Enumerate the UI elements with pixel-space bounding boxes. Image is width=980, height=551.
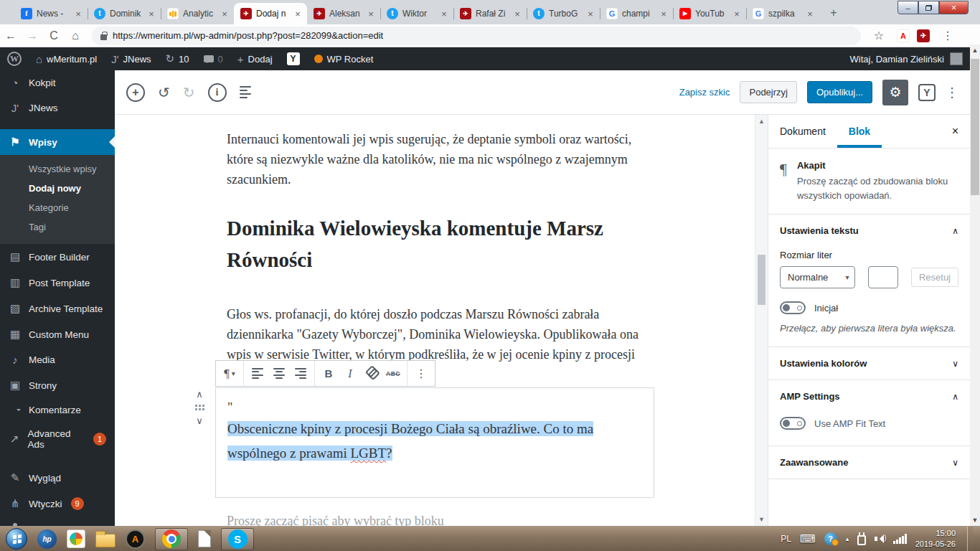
wmeritum-extension-icon[interactable]: ✈	[917, 29, 930, 42]
home-icon[interactable]: ⌂	[65, 29, 86, 42]
drop-cap-toggle[interactable]	[780, 301, 806, 314]
align-right-button[interactable]	[290, 363, 311, 385]
power-plug-icon[interactable]	[857, 535, 866, 545]
tab-szpilka[interactable]: G szpilka ×	[746, 3, 819, 24]
bookmark-star-icon[interactable]: ☆	[868, 29, 890, 42]
account-menu[interactable]: Witaj, Damian Zieliński	[850, 52, 970, 65]
close-icon[interactable]: ×	[220, 9, 230, 19]
new-tab-button[interactable]: +	[825, 5, 842, 22]
acrobat-extension-icon[interactable]: A	[897, 29, 910, 42]
heading-block[interactable]: Dominika Wielowieyska komentuje Marsz Ró…	[227, 212, 643, 276]
drag-handle-icon[interactable]	[194, 404, 204, 411]
chrome-task-button[interactable]	[155, 528, 188, 550]
close-icon[interactable]: ×	[585, 9, 595, 19]
sidebar-item-wyglad[interactable]: ✎ Wygląd	[0, 465, 115, 491]
explorer-icon[interactable]	[95, 534, 116, 547]
keyboard-icon[interactable]: ⌨	[800, 532, 816, 545]
italic-button[interactable]: I	[339, 363, 361, 385]
show-desktop-button[interactable]	[967, 527, 973, 551]
submenu-dodaj-nowy[interactable]: Dodaj nowy	[0, 179, 115, 198]
advanced-header[interactable]: Zaawansowane ∨	[768, 446, 970, 479]
network-signal-icon[interactable]	[893, 534, 907, 544]
close-icon[interactable]: ×	[293, 9, 303, 19]
updates-menu[interactable]: ↻ 10	[159, 47, 197, 70]
block-appender-placeholder[interactable]: Proszę zacząć pisać aby wybrać typ bloku	[227, 514, 643, 526]
hidden-icons-arrow[interactable]: ▴	[846, 535, 849, 542]
tab-analytics[interactable]: Analytic ×	[161, 3, 234, 24]
sidebar-item-post-template[interactable]: ▥ Post Template	[0, 270, 115, 296]
page-scrollbar-thumb[interactable]	[971, 59, 979, 195]
submenu-kategorie[interactable]: Kategorie	[0, 198, 115, 217]
sidebar-item-komentarze[interactable]: Komentarze	[0, 398, 115, 422]
close-window-button[interactable]: ×	[939, 1, 969, 14]
sidebar-item-archive-template[interactable]: ▧ Archive Template	[0, 296, 115, 321]
outline-icon[interactable]	[240, 86, 251, 98]
scroll-down-icon[interactable]: ▼	[755, 516, 768, 523]
tab-wiktor[interactable]: t Wiktor ×	[380, 3, 453, 24]
save-draft-button[interactable]: Zapisz szkic	[679, 87, 730, 98]
move-up-icon[interactable]: ∧	[196, 389, 203, 400]
preview-button[interactable]: Podejrzyj	[740, 81, 796, 103]
tab-dokument[interactable]: Dokument	[768, 115, 837, 148]
close-icon[interactable]: ×	[732, 9, 742, 19]
help-tray-icon[interactable]: ?	[824, 532, 837, 545]
close-icon[interactable]: ×	[805, 9, 815, 19]
start-button[interactable]	[6, 528, 27, 550]
settings-gear-button[interactable]: ⚙	[882, 80, 908, 105]
publish-button[interactable]: Opublikuj...	[807, 81, 872, 103]
scroll-up-icon[interactable]: ▲	[970, 47, 980, 54]
tab-champi[interactable]: G champi ×	[600, 3, 673, 24]
editor-canvas[interactable]: Internauci komentowali jej wpis sugerują…	[115, 115, 755, 526]
scroll-up-icon[interactable]: ▲	[755, 118, 768, 125]
close-panel-icon[interactable]: ×	[941, 125, 970, 138]
minimize-button[interactable]: –	[897, 1, 918, 14]
sidebar-item-advanced-ads[interactable]: ↗ Advanced Ads 1	[0, 422, 115, 456]
skype-task-button[interactable]: S	[221, 528, 254, 550]
submenu-tagi[interactable]: Tagi	[0, 217, 115, 237]
add-block-icon[interactable]: +	[126, 83, 145, 102]
selected-paragraph-block[interactable]: " Obsceniczne kpiny z procesji Bożego Ci…	[215, 387, 654, 498]
font-size-select[interactable]: Normalne ▾	[780, 266, 855, 288]
tab-dodaj-active[interactable]: ✈ Dodaj n ×	[234, 3, 307, 24]
color-settings-header[interactable]: Ustawienia kolorów ∨	[768, 347, 970, 380]
restore-button[interactable]	[918, 1, 939, 14]
yoast-menu[interactable]: Y	[280, 47, 307, 70]
bold-button[interactable]: B	[318, 363, 339, 385]
wp-logo-menu[interactable]: W	[0, 47, 29, 70]
align-center-button[interactable]	[268, 363, 290, 385]
tab-blok[interactable]: Blok	[837, 115, 882, 148]
close-icon[interactable]: ×	[73, 9, 83, 19]
clock[interactable]: 15:00 2019-05-26	[915, 528, 956, 550]
back-icon[interactable]: ←	[0, 29, 22, 42]
tab-dominik[interactable]: t Dominik ×	[88, 3, 161, 24]
redo-icon[interactable]: ↻	[183, 84, 195, 101]
strikethrough-button[interactable]: ABC	[382, 363, 404, 385]
browser-menu-icon[interactable]: ⋮	[937, 29, 958, 42]
new-content-menu[interactable]: + Dodaj	[230, 47, 280, 70]
sidebar-item-jnews[interactable]: J' JNews	[0, 95, 115, 121]
close-icon[interactable]: ×	[146, 9, 156, 19]
info-icon[interactable]: i	[208, 83, 227, 102]
site-menu[interactable]: ⌂ wMeritum.pl	[29, 47, 104, 70]
close-icon[interactable]: ×	[366, 9, 376, 19]
sidebar-item-custom-menu[interactable]: ▦ Custom Menu	[0, 321, 115, 347]
tab-rafal[interactable]: ✈ Rafał Zi ×	[453, 3, 527, 24]
wp-rocket-menu[interactable]: WP Rocket	[307, 47, 381, 70]
sidebar-item-wtyczki[interactable]: ⋔ Wtyczki 9	[0, 491, 115, 517]
tab-youtube[interactable]: ▶ YouTub ×	[673, 3, 746, 24]
sidebar-item-strony[interactable]: ▣ Strony	[0, 372, 115, 398]
text-settings-header[interactable]: Ustawienia tekstu ∧	[768, 215, 970, 247]
link-button[interactable]	[361, 363, 382, 385]
amp-settings-header[interactable]: AMP Settings ∧	[768, 380, 970, 413]
photo-viewer-icon[interactable]	[67, 529, 85, 548]
tab-news[interactable]: f News - ×	[14, 3, 88, 24]
sidebar-item-wpisy[interactable]: ⚑ Wpisy	[0, 129, 115, 155]
close-icon[interactable]: ×	[659, 9, 669, 19]
volume-icon[interactable]: )	[875, 534, 885, 543]
editor-scrollbar-thumb[interactable]	[758, 255, 765, 305]
font-size-input[interactable]	[868, 266, 897, 288]
close-icon[interactable]: ×	[512, 9, 522, 19]
paragraph-type-button[interactable]: ¶ ▾	[219, 363, 240, 385]
jnews-menu[interactable]: J' JNews	[104, 47, 158, 70]
forward-icon[interactable]: →	[22, 29, 43, 42]
